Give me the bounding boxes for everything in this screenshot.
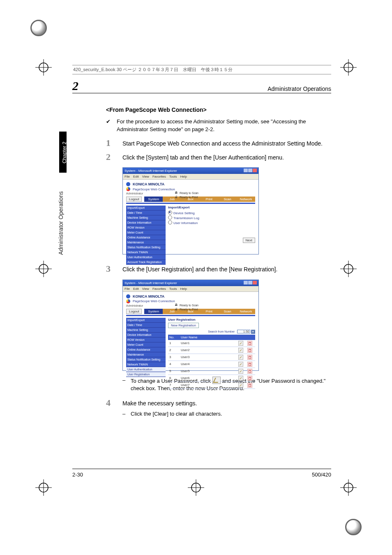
radio-icon[interactable]: [168, 210, 172, 215]
edit-icon[interactable]: [238, 362, 243, 367]
sidebar-item[interactable]: Online Assistance: [126, 235, 166, 240]
edit-icon[interactable]: [238, 341, 243, 346]
search-range-select[interactable]: 1-50: [237, 330, 250, 333]
sidebar-item[interactable]: Machine Setting: [126, 215, 166, 220]
window-title: System - Microsoft Internet Explorer: [125, 169, 177, 173]
logout-button[interactable]: Logout: [126, 197, 142, 202]
registration-mark-icon: [340, 479, 357, 496]
tab-system[interactable]: System: [144, 309, 163, 314]
ie-menubar: FileEditViewFavoritesToolsHelp: [123, 286, 258, 292]
page-number: 2-30: [72, 472, 83, 478]
table-row: 3User3: [168, 354, 255, 361]
delete-icon[interactable]: [247, 355, 252, 360]
table-row: 1User1: [168, 340, 255, 347]
section-title: <From PageScope Web Connection>: [106, 106, 327, 113]
tab-scan[interactable]: Scan: [218, 197, 237, 202]
tab-network[interactable]: Network: [237, 309, 255, 314]
pswc-logo-icon: [126, 299, 130, 303]
sidebar-item[interactable]: Device Information: [126, 333, 166, 338]
cell-user-name: User5: [180, 368, 237, 375]
edit-icon: [212, 377, 221, 384]
edit-icon[interactable]: [238, 383, 243, 388]
sidebar-item[interactable]: Maintenance: [126, 352, 166, 357]
sidebar-item[interactable]: ROM Version: [126, 338, 166, 342]
registration-mark-icon: [35, 59, 52, 76]
print-status-icon: 🖨: [175, 308, 179, 312]
sidebar-item[interactable]: User Authentication: [126, 255, 166, 260]
scan-status-icon: 🖶: [175, 303, 179, 308]
printer-status: 🖶Ready to Scan 🖨Ready to Print: [175, 191, 198, 199]
table-row: 2User2: [168, 347, 255, 354]
logout-button[interactable]: Logout: [126, 309, 142, 314]
system-sidebar: Import/Export Date / Time Machine Settin…: [126, 206, 166, 265]
cell-no: 4: [168, 361, 180, 368]
edit-icon[interactable]: [238, 348, 243, 353]
delete-icon[interactable]: [247, 383, 252, 388]
corner-sphere-icon: [345, 519, 362, 535]
new-registration-button[interactable]: New Registration: [168, 323, 199, 328]
delete-icon[interactable]: [247, 376, 252, 381]
screenshot-ie-2: System - Microsoft Internet Explorer Fil…: [122, 280, 259, 371]
sidebar-item[interactable]: Meter Count: [126, 342, 166, 347]
print-status-icon: 🖨: [175, 195, 179, 199]
sidebar-item[interactable]: Import/Export: [126, 206, 166, 210]
cell-user-name: User4: [180, 361, 237, 368]
sidebar-item[interactable]: Meter Count: [126, 230, 166, 235]
sidebar-item-user-auth[interactable]: User Authentication: [126, 367, 166, 372]
tab-system[interactable]: System: [144, 197, 163, 202]
sidebar-item[interactable]: Machine Setting: [126, 328, 166, 333]
sidebar-item[interactable]: Online Assistance: [126, 347, 166, 352]
registration-mark-icon: [188, 479, 204, 496]
delete-icon[interactable]: [247, 348, 252, 353]
th-user-name: User Name: [180, 335, 237, 340]
step-text: Start PageScope Web Connection and acces…: [122, 139, 327, 148]
sidebar-item[interactable]: Maintenance: [126, 240, 166, 245]
sidebar-item[interactable]: Network TWAIN: [126, 362, 166, 367]
delete-icon[interactable]: [247, 362, 252, 367]
edit-icon[interactable]: [238, 369, 243, 374]
corner-sphere-icon: [30, 20, 47, 36]
table-row: 5User5: [168, 368, 255, 375]
delete-icon[interactable]: [247, 341, 252, 346]
tab-print[interactable]: Print: [200, 309, 218, 314]
th-no: No.: [168, 335, 180, 340]
sidebar-item[interactable]: Status Notification Setting: [126, 245, 166, 250]
chapter-side-label: Chapter 2: [62, 137, 67, 168]
sidebar-item[interactable]: Import/Export: [126, 318, 166, 323]
sidebar-item[interactable]: Device Information: [126, 220, 166, 225]
sidebar-item[interactable]: Account Track Registration: [126, 260, 166, 265]
sidebar-item[interactable]: Date / Time: [126, 210, 166, 215]
radio-icon[interactable]: [168, 220, 172, 224]
tab-scan[interactable]: Scan: [218, 309, 237, 314]
radio-icon[interactable]: [168, 215, 172, 220]
delete-icon[interactable]: [247, 369, 252, 374]
panel-heading: User Registration: [168, 318, 255, 321]
sidebar-item-user-reg[interactable]: User Registration: [126, 372, 166, 377]
checkmark-icon: ✔: [106, 118, 112, 134]
tab-print[interactable]: Print: [200, 197, 218, 202]
cell-user-name: User2: [180, 347, 237, 354]
sidebar-item[interactable]: ROM Version: [126, 225, 166, 230]
screenshot-ie-1: System - Microsoft Internet Explorer Fil…: [122, 167, 259, 254]
step-number: 2: [106, 153, 115, 162]
cell-user-name: User7: [180, 382, 237, 388]
page-header-right: Administrator Operations: [267, 86, 331, 92]
registration-mark-icon: [340, 261, 357, 277]
sidebar-item[interactable]: Status Notification Setting: [126, 357, 166, 362]
km-logo-icon: [126, 182, 130, 186]
step-number: 4: [106, 398, 115, 407]
pswc-label: PageScope Web Connection: [133, 299, 175, 303]
sidebar-item[interactable]: Date / Time: [126, 323, 166, 328]
window-buttons: [243, 281, 257, 285]
cell-user-name: User3: [180, 354, 237, 361]
sidebar-item[interactable]: Network TWAIN: [126, 250, 166, 255]
pswc-label: PageScope Web Connection: [133, 187, 175, 191]
edit-icon[interactable]: [238, 355, 243, 360]
prereq-text: For the procedure to access the Administ…: [117, 118, 327, 134]
pswc-logo-icon: [126, 187, 130, 191]
print-header: 420_security_E.book 30 ページ ２００７年３月７日 水曜日…: [72, 65, 331, 74]
next-button[interactable]: Next: [243, 238, 255, 243]
chevron-down-icon[interactable]: ▾: [251, 330, 255, 334]
edit-icon[interactable]: [238, 376, 243, 381]
tab-network[interactable]: Network: [237, 197, 255, 202]
